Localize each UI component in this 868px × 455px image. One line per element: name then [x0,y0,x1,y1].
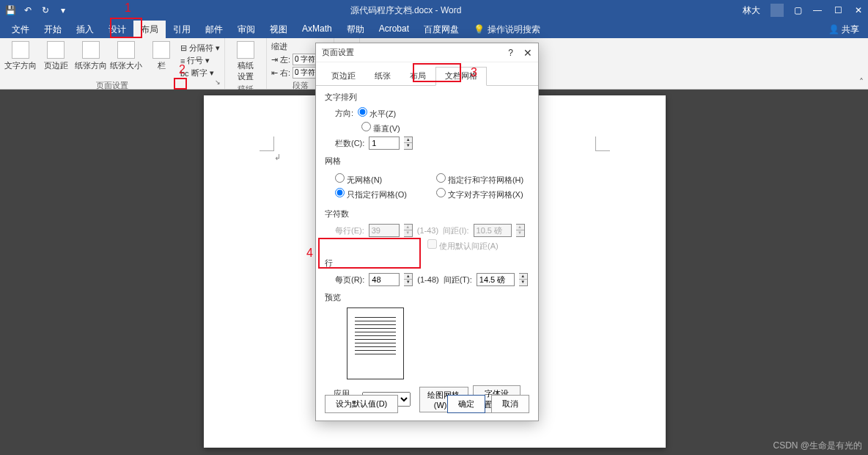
tab-design[interactable]: 设计 [101,21,133,38]
size-button[interactable]: 纸张大小 [110,41,142,71]
margin-corner-icon [595,136,610,151]
lightbulb-icon: 💡 [474,24,485,34]
dialog-close-button[interactable]: ✕ [523,47,532,59]
tab-home[interactable]: 开始 [37,21,69,38]
text-arrange-title: 文字排列 [325,92,529,103]
per-line-label: 每行(E): [335,225,364,236]
tab-view[interactable]: 视图 [262,21,295,38]
per-line-input [369,224,400,237]
size-icon [117,41,135,59]
dialog-tab-layout[interactable]: 布局 [400,67,435,85]
tell-me-search[interactable]: 💡 操作说明搜索 [466,21,540,38]
breaks-icon: ⊟ [180,43,187,53]
columns-button[interactable]: 栏 [145,41,177,71]
tab-help[interactable]: 帮助 [339,21,372,38]
tab-insert[interactable]: 插入 [69,21,101,38]
columns-spinner[interactable]: ▲▼ [404,136,413,150]
indent-title: 缩进 [271,41,287,52]
preview-title: 预览 [325,292,529,303]
set-default-button[interactable]: 设为默认值(D) [325,395,398,413]
default-pitch-checkbox: 使用默认间距(A) [427,239,499,252]
document-title: 源代码程序文档.docx - Word [69,4,743,17]
line-only-radio[interactable]: 只指定行网格(O) [335,188,407,200]
manuscript-icon [237,41,254,59]
tab-baidu[interactable]: 百度网盘 [416,21,466,38]
page-setup-dialog: 页面设置 ? ✕ 页边距 纸张 布局 文档网格 文字排列 方向: 水平(Z) 垂… [315,43,539,421]
per-page-input[interactable] [369,273,400,286]
line-char-radio[interactable]: 指定行和字符网格(H) [436,173,523,186]
tab-file[interactable]: 文件 [4,21,37,38]
hyphenation-icon: bc [180,69,189,78]
ok-button[interactable]: 确定 [447,395,485,413]
tab-layout[interactable]: 布局 [133,21,166,38]
watermark: CSDN @生命是有光的 [773,440,862,452]
minimize-button[interactable]: — [812,5,823,15]
collapse-ribbon-icon[interactable]: ˄ [859,77,864,87]
save-icon[interactable]: 💾 [4,4,16,16]
breaks-button[interactable]: ⊟分隔符▾ [180,43,220,54]
text-direction-button[interactable]: 文字方向 [4,41,37,71]
margin-corner-icon [260,136,274,151]
close-button[interactable]: ✕ [853,5,864,15]
tab-references[interactable]: 引用 [166,21,198,38]
per-line-range: (1-43) [417,226,438,235]
tab-review[interactable]: 审阅 [230,21,262,38]
direction-label: 方向: [335,108,353,119]
line-pitch-label: 间距(T): [444,274,472,285]
dialog-tab-margins[interactable]: 页边距 [322,67,365,85]
share-button[interactable]: 👤 共享 [828,23,859,36]
preview-thumbnail [347,307,404,379]
line-pitch-spinner[interactable]: ▲▼ [519,273,528,286]
tab-mailings[interactable]: 邮件 [198,21,230,38]
char-align-radio[interactable]: 文字对齐字符网格(X) [436,188,523,200]
dialog-help-button[interactable]: ? [508,48,513,58]
user-name[interactable]: 林大 [743,4,760,17]
indent-left-icon: ⇥ [271,55,278,65]
chars-title: 字符数 [325,208,529,219]
columns-label: 栏数(C): [335,138,364,149]
user-avatar[interactable] [770,4,784,17]
ribbon-display-icon[interactable]: ▢ [794,5,802,15]
margins-icon [47,41,65,59]
cancel-button[interactable]: 取消 [491,395,529,413]
manuscript-button[interactable]: 稿纸 设置 [229,41,262,82]
per-page-spinner[interactable]: ▲▼ [404,273,413,286]
paragraph-mark-icon: ↲ [274,153,281,162]
orientation-button[interactable]: 纸张方向 [75,41,107,71]
share-icon: 👤 [828,24,839,34]
page-setup-launcher[interactable]: ↘ [213,77,223,87]
per-page-range: (1-48) [417,275,438,284]
per-page-label: 每页(R): [335,274,364,285]
undo-icon[interactable]: ↶ [22,4,34,16]
grid-title: 网格 [325,156,529,167]
margins-button[interactable]: 页边距 [40,41,72,71]
columns-icon [152,41,170,59]
no-grid-radio[interactable]: 无网格(N) [335,173,382,186]
qat-more-icon[interactable]: ▾ [57,4,69,16]
line-numbers-button[interactable]: ≡行号▾ [180,55,220,66]
char-pitch-input [474,224,512,237]
vertical-radio[interactable]: 垂直(V) [361,122,400,134]
dialog-tab-document-grid[interactable]: 文档网格 [435,67,487,86]
line-numbers-icon: ≡ [180,57,185,65]
line-pitch-input[interactable] [477,273,515,286]
tab-axmath[interactable]: AxMath [295,21,339,38]
orientation-icon [82,41,100,59]
dialog-title: 页面设置 [322,47,354,58]
tab-acrobat[interactable]: Acrobat [372,21,416,38]
char-pitch-label: 间距(I): [443,225,468,236]
redo-icon[interactable]: ↻ [40,4,51,16]
columns-input[interactable] [369,136,400,150]
maximize-button[interactable]: ☐ [833,5,843,15]
per-line-spinner: ▲▼ [404,224,413,237]
text-direction-icon [12,41,29,59]
lines-title: 行 [325,258,529,269]
horizontal-radio[interactable]: 水平(Z) [358,107,396,120]
indent-right-icon: ⇤ [271,68,278,78]
dialog-tab-paper[interactable]: 纸张 [365,67,400,85]
char-pitch-spinner: ▲▼ [516,224,525,237]
